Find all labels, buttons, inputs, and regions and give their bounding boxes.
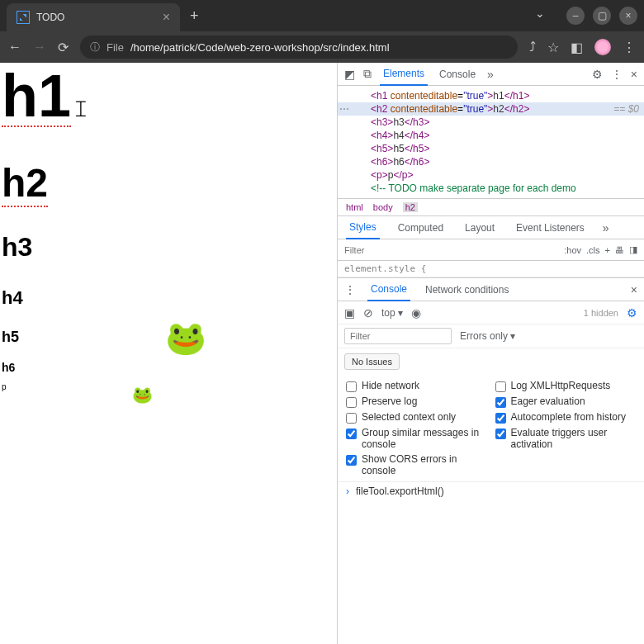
- tab-computed[interactable]: Computed: [395, 217, 447, 239]
- hov-toggle[interactable]: :hov: [564, 245, 581, 255]
- gear-icon[interactable]: ⚙: [627, 306, 637, 320]
- hidden-count: 1 hidden: [584, 308, 618, 318]
- paragraph[interactable]: p: [2, 382, 337, 391]
- forward-button[interactable]: →: [33, 40, 46, 54]
- heading-4[interactable]: h4: [2, 287, 337, 309]
- console-settings: Hide network Log XMLHttpRequests Preserv…: [338, 375, 644, 482]
- maximize-button[interactable]: ▢: [593, 7, 611, 25]
- page-content: h1𝙸 h2 h3 h4 h5 h6 p 🐸 🐸: [0, 63, 337, 644]
- styles-filter-input[interactable]: [338, 245, 557, 255]
- text-cursor-icon: 𝙸: [73, 96, 89, 123]
- kebab-icon[interactable]: ⋮: [611, 68, 623, 81]
- setting-selected-context[interactable]: Selected context only: [346, 411, 487, 424]
- extensions-icon[interactable]: ◧: [571, 40, 583, 55]
- back-button[interactable]: ←: [8, 40, 21, 54]
- heading-1[interactable]: h1: [2, 66, 71, 127]
- print-icon[interactable]: 🖶: [615, 245, 624, 255]
- tab-event-listeners[interactable]: Event Listeners: [513, 217, 588, 239]
- console-filter-input[interactable]: [344, 328, 452, 344]
- heading-2[interactable]: h2: [2, 160, 48, 207]
- inspect-icon[interactable]: ◩: [344, 68, 355, 81]
- dom-node[interactable]: <h4>h4</h4>: [338, 129, 644, 142]
- styles-tabbar: Styles Computed Layout Event Listeners »: [338, 216, 644, 239]
- dom-breadcrumb: html body h2: [338, 198, 644, 216]
- setting-autocomplete[interactable]: Autocomplete from history: [495, 411, 637, 424]
- breadcrumb-body[interactable]: body: [373, 202, 393, 212]
- new-tab-button[interactable]: +: [190, 7, 199, 25]
- menu-icon[interactable]: ⋮: [623, 40, 636, 55]
- reload-button[interactable]: ⟳: [58, 40, 69, 55]
- heading-3[interactable]: h3: [2, 232, 337, 263]
- profile-avatar[interactable]: [594, 39, 611, 55]
- element-style-block[interactable]: element.style {: [338, 261, 644, 277]
- close-devtools-icon[interactable]: ×: [631, 68, 637, 81]
- dom-node[interactable]: <h3>h3</h3>: [338, 116, 644, 129]
- console-drawer: ⋮ Console Network conditions × ▣ ⊘ top ▾…: [338, 277, 644, 644]
- play-icon[interactable]: ▣: [344, 306, 355, 320]
- more-tabs-icon[interactable]: »: [603, 221, 609, 234]
- share-icon[interactable]: ⤴: [529, 40, 536, 54]
- log-level-selector[interactable]: Errors only ▾: [460, 330, 515, 342]
- breadcrumb-h2[interactable]: h2: [403, 202, 418, 212]
- close-window-button[interactable]: ×: [619, 7, 637, 25]
- chevron-down-icon[interactable]: ⌄: [535, 7, 545, 25]
- url-bar: ← → ⟳ ⓘ File /home/patrick/Code/web-zero…: [0, 31, 644, 63]
- dom-node[interactable]: <p>p</p>: [338, 168, 644, 182]
- panel-toggle-icon[interactable]: ◨: [629, 244, 637, 255]
- dom-node[interactable]: <h6>h6</h6>: [338, 155, 644, 168]
- dom-node[interactable]: <h1 contenteditable="true">h1</h1>: [338, 89, 644, 102]
- dom-comment[interactable]: <!-- TODO make separate page for each de…: [338, 182, 644, 195]
- close-tab-icon[interactable]: ×: [163, 10, 170, 25]
- breadcrumb-html[interactable]: html: [346, 202, 363, 212]
- url-field[interactable]: ⓘ File /home/patrick/Code/web-zero-works…: [80, 36, 518, 59]
- dom-node[interactable]: <h5>h5</h5>: [338, 142, 644, 155]
- bookmark-icon[interactable]: ☆: [547, 40, 559, 55]
- url-path: /home/patrick/Code/web-zero-workshop/src…: [130, 41, 390, 54]
- setting-cors-errors[interactable]: Show CORS errors in console: [346, 453, 487, 476]
- info-icon[interactable]: ⓘ: [90, 40, 100, 54]
- frog-icon: 🐸: [165, 319, 206, 358]
- more-tabs-icon[interactable]: »: [487, 68, 494, 81]
- add-rule-icon[interactable]: +: [605, 245, 610, 255]
- favicon-icon: [17, 11, 30, 24]
- clear-console-icon[interactable]: ⊘: [363, 306, 373, 320]
- tab-console[interactable]: Console: [436, 64, 479, 85]
- frog-icon: 🐸: [132, 385, 153, 405]
- cls-toggle[interactable]: .cls: [586, 245, 600, 255]
- gear-icon[interactable]: ⚙: [592, 68, 603, 81]
- devtools-toolbar: ◩ ⧉ Elements Console » ⚙ ⋮ ×: [338, 63, 644, 86]
- close-drawer-icon[interactable]: ×: [631, 283, 637, 296]
- setting-eager-eval[interactable]: Eager evaluation: [495, 395, 637, 408]
- eye-icon[interactable]: ◉: [411, 306, 421, 320]
- devtools-panel: ◩ ⧉ Elements Console » ⚙ ⋮ × <h1 content…: [337, 63, 644, 644]
- url-scheme: File: [107, 41, 124, 54]
- dom-tree[interactable]: <h1 contenteditable="true">h1</h1> <h2 c…: [338, 86, 644, 198]
- console-code: fileTool.exportHtml(): [356, 485, 444, 497]
- browser-tab[interactable]: TODO ×: [7, 3, 180, 31]
- tab-network-conditions[interactable]: Network conditions: [422, 279, 512, 301]
- kebab-icon[interactable]: ⋮: [344, 283, 356, 296]
- tab-console-drawer[interactable]: Console: [367, 278, 410, 301]
- setting-preserve-log[interactable]: Preserve log: [346, 395, 487, 408]
- minimize-button[interactable]: –: [566, 7, 585, 25]
- tab-elements[interactable]: Elements: [380, 63, 428, 86]
- heading-6[interactable]: h6: [2, 361, 337, 374]
- console-prompt-icon: ›: [346, 485, 349, 497]
- setting-hide-network[interactable]: Hide network: [346, 380, 487, 392]
- setting-log-xhr[interactable]: Log XMLHttpRequests: [495, 380, 637, 392]
- device-toggle-icon[interactable]: ⧉: [363, 67, 372, 81]
- window-titlebar: TODO × + ⌄ – ▢ ×: [0, 0, 644, 31]
- styles-filter-row: :hov .cls + 🖶 ◨: [338, 239, 644, 261]
- tab-styles[interactable]: Styles: [346, 216, 380, 239]
- setting-triggers-activation[interactable]: Evaluate triggers user activation: [495, 427, 637, 450]
- tab-title: TODO: [36, 12, 156, 23]
- no-issues-button[interactable]: No Issues: [344, 353, 400, 370]
- dom-node-selected[interactable]: <h2 contenteditable="true">h2</h2>== $0: [338, 102, 644, 116]
- context-selector[interactable]: top ▾: [381, 307, 403, 319]
- console-input-line[interactable]: › fileTool.exportHtml(): [338, 482, 644, 500]
- setting-group-messages[interactable]: Group similar messages in console: [346, 427, 487, 450]
- tab-layout[interactable]: Layout: [462, 217, 498, 239]
